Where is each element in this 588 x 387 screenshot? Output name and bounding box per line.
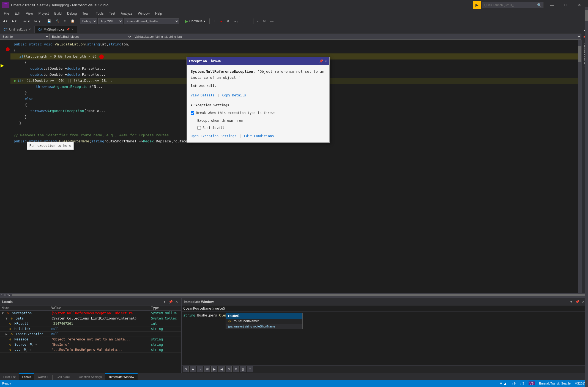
- menu-view[interactable]: View: [23, 10, 36, 17]
- editor-scrollbar-h-area[interactable]: 100 %: [0, 293, 588, 297]
- breakpoint-marker[interactable]: [6, 47, 10, 51]
- toolbar-copy[interactable]: 📋: [69, 19, 76, 23]
- toolbar-forward[interactable]: ▶ ▾: [10, 19, 18, 23]
- locals-row-helplink[interactable]: ⚙ HelpLink null string: [0, 326, 181, 332]
- editor-scrollbar-v[interactable]: [578, 40, 581, 293]
- locals-row-message[interactable]: ⚙ Message "Object reference not set to a…: [0, 337, 181, 342]
- toolbar-undo[interactable]: ↩ ▾: [22, 18, 31, 24]
- btab-error-list[interactable]: Error List: [0, 373, 19, 380]
- locals-row-exception[interactable]: ▼ ⚙ $exception {System.NullReferenceExce…: [0, 311, 181, 316]
- is-btn-10[interactable]: ≡: [247, 366, 253, 372]
- continue-button[interactable]: ▶ Continue ▾: [183, 18, 208, 24]
- toolbar-cut[interactable]: ✂: [62, 19, 68, 23]
- menu-edit[interactable]: Edit: [12, 10, 23, 17]
- btab-exception-settings[interactable]: Exception Settings: [73, 373, 105, 380]
- menu-analyze[interactable]: Analyze: [118, 10, 135, 17]
- namespace-select[interactable]: BusInfo.BusHelpers: [50, 34, 132, 40]
- build-config-select[interactable]: Debug: [80, 18, 97, 24]
- menu-window[interactable]: Window: [135, 10, 152, 17]
- code-editor[interactable]: Run execution to here public static void…: [10, 40, 578, 293]
- is-btn-4[interactable]: ⌘: [204, 366, 210, 372]
- locals-row-hresult[interactable]: ⚙ HResult -2147467261 int: [0, 321, 181, 326]
- tab-unittest[interactable]: C# UnitTest1.cs ✕: [0, 26, 34, 33]
- expand-data[interactable]: ▼: [6, 316, 7, 320]
- exception-close-button[interactable]: ✕: [325, 58, 327, 64]
- menu-help[interactable]: Help: [152, 10, 165, 17]
- menu-file[interactable]: File: [1, 10, 12, 17]
- is-btn-3[interactable]: →: [197, 366, 203, 372]
- btab-locals[interactable]: Locals: [19, 373, 34, 380]
- toolbar-debug-stop[interactable]: ■: [219, 19, 224, 23]
- toolbar-save-all[interactable]: 💾: [46, 19, 53, 23]
- toolbar-step-into[interactable]: ↓: [241, 19, 246, 23]
- immediate-scrollbar[interactable]: [585, 7, 588, 387]
- is-btn-5[interactable]: ▶: [211, 366, 217, 372]
- expand-exception[interactable]: ▼: [2, 311, 4, 315]
- toolbar-build[interactable]: 🔨: [54, 19, 61, 23]
- edit-conditions-link[interactable]: Edit Conditions: [244, 133, 274, 139]
- break-checkbox[interactable]: [191, 111, 194, 115]
- h-scrollbar-thumb[interactable]: [12, 294, 587, 296]
- tab-unittest-close[interactable]: ✕: [29, 28, 31, 31]
- is-btn-8[interactable]: ⊗: [233, 366, 239, 372]
- project-select[interactable]: EmeraldTransit_Seattle: [124, 18, 179, 24]
- menu-debug[interactable]: Debug: [64, 10, 80, 17]
- btab-call-stack[interactable]: Call Stack: [53, 373, 73, 380]
- is-btn-9[interactable]: {}: [240, 366, 246, 372]
- locals-row-source[interactable]: ⚙ Source 🔍 ▾ "BusInfo" string: [0, 342, 181, 347]
- copy-details-link[interactable]: Copy Details: [222, 92, 246, 98]
- btab-immediate-window[interactable]: Immediate Window: [105, 373, 138, 380]
- tab-mystopinfo-pin[interactable]: 📌: [66, 28, 70, 31]
- locals-dropdown-btn[interactable]: ▾: [162, 299, 167, 304]
- btab-watch1[interactable]: Watch 1: [34, 373, 52, 380]
- class-select[interactable]: BusInfo: [0, 34, 50, 40]
- menu-test[interactable]: Test: [106, 10, 118, 17]
- is-btn-2[interactable]: ◆: [190, 366, 196, 372]
- breakpoint-gutter[interactable]: [5, 40, 10, 293]
- immediate-dropdown-btn[interactable]: ▾: [569, 299, 574, 304]
- immediate-scrollbar-thumb[interactable]: [585, 10, 588, 21]
- open-exception-settings-link[interactable]: Open Exception Settings: [191, 133, 236, 139]
- menu-team[interactable]: Team: [80, 10, 93, 17]
- is-btn-6[interactable]: ◀: [218, 366, 225, 372]
- expand-inner[interactable]: ▶: [6, 332, 7, 336]
- toolbar-back[interactable]: ◀ ▾: [1, 19, 9, 23]
- view-details-link[interactable]: View Details: [191, 92, 215, 98]
- locals-row-stacktrace[interactable]: ⚙ ... 🔍 ▾ "...BusInfo.BusHelpers.Validat…: [0, 347, 181, 353]
- menu-tools[interactable]: Tools: [93, 10, 106, 17]
- stacktrace-dropdown[interactable]: ▾: [29, 348, 31, 351]
- businfo-checkbox[interactable]: [197, 126, 201, 130]
- cpu-select[interactable]: Any CPU: [98, 18, 123, 24]
- immediate-input-area[interactable]: routeS ⚙ routeShortName: (parameter) str…: [182, 305, 588, 312]
- immediate-input-field[interactable]: [183, 307, 586, 310]
- is-btn-7[interactable]: ⊕: [226, 366, 232, 372]
- locals-pin-btn[interactable]: 📌: [168, 299, 173, 304]
- close-button[interactable]: ✕: [573, 0, 586, 10]
- toolbar-step-over[interactable]: →↓: [232, 19, 240, 23]
- toolbar-extra2[interactable]: ≡≡: [269, 19, 275, 23]
- tab-mystopinfo-close[interactable]: ✕: [71, 28, 73, 31]
- toolbar-extra1[interactable]: ⚙: [261, 19, 267, 23]
- is-btn-1[interactable]: ⚙: [183, 366, 189, 372]
- method-select[interactable]: ValidateLatLon(string lat, string lon): [132, 34, 581, 40]
- menu-project[interactable]: Project: [36, 10, 51, 17]
- menu-build[interactable]: Build: [51, 10, 64, 17]
- scrollbar-thumb-v[interactable]: [578, 46, 581, 62]
- locals-row-innerexception[interactable]: ▶ ⚙ InnerException null: [0, 332, 181, 337]
- toolbar-redo[interactable]: ↪ ▾: [32, 18, 42, 24]
- tab-mystopinfo[interactable]: C# MyStopInfo.cs 📌 ✕: [34, 26, 77, 33]
- toolbar-more[interactable]: ≡: [255, 19, 260, 23]
- toolbar-step-out[interactable]: ↑: [247, 19, 252, 23]
- autocomplete-item-routeshortname[interactable]: ⚙ routeShortName:: [226, 319, 302, 324]
- maximize-button[interactable]: □: [559, 0, 572, 10]
- source-dropdown[interactable]: ▾: [35, 343, 37, 346]
- exception-pin-icon[interactable]: 📌: [319, 58, 323, 64]
- locals-row-data[interactable]: ▼ ⚙ Data {System.Collections.ListDiction…: [0, 316, 181, 321]
- locals-close-btn[interactable]: ✕: [174, 299, 179, 304]
- search-container[interactable]: 🔍: [482, 2, 543, 8]
- immediate-pin-btn[interactable]: 📌: [575, 299, 580, 304]
- minimize-button[interactable]: —: [546, 0, 558, 10]
- toolbar-debug-restart[interactable]: ↺: [225, 19, 231, 23]
- toolbar-debug-step1[interactable]: ⏸: [211, 19, 218, 23]
- quick-launch-input[interactable]: [482, 2, 537, 8]
